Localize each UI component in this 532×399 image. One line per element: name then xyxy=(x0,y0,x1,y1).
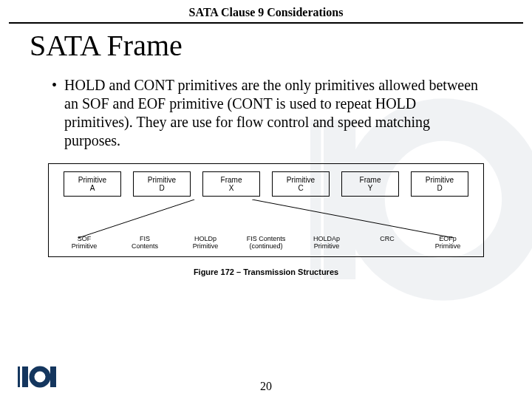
bullet-marker: • xyxy=(52,76,57,150)
box-label: Frame xyxy=(221,176,242,184)
top-box: Primitive D xyxy=(133,171,191,197)
svg-line-4 xyxy=(252,200,454,238)
box-label: Frame xyxy=(360,176,381,184)
top-box: Primitive D xyxy=(411,171,468,197)
top-box: Primitive C xyxy=(272,171,330,197)
top-box: Frame X xyxy=(202,171,260,197)
label-line: Primitive xyxy=(421,242,474,250)
box-label: Primitive xyxy=(426,176,454,184)
svg-line-3 xyxy=(78,200,194,238)
figure-connector-lines xyxy=(49,200,483,238)
label-line: (continued) xyxy=(239,242,293,250)
box-label: D xyxy=(437,184,442,192)
box-label: Y xyxy=(368,184,373,192)
slide-title: SATA Frame xyxy=(0,24,532,76)
bullet-text: HOLD and CONT primitives are the only pr… xyxy=(64,76,480,150)
top-box: Primitive A xyxy=(64,171,121,197)
figure: Primitive A Primitive D Frame X Primitiv… xyxy=(48,163,484,276)
box-label: Primitive xyxy=(287,176,315,184)
label-line: Primitive xyxy=(58,242,111,250)
header-title: SATA Clause 9 Considerations xyxy=(0,0,532,22)
box-label: C xyxy=(298,184,303,192)
bullet-list: • HOLD and CONT primitives are the only … xyxy=(0,76,532,150)
figure-caption: Figure 172 – Transmission Structures xyxy=(48,267,484,276)
bullet-item: • HOLD and CONT primitives are the only … xyxy=(52,76,480,150)
top-box: Frame Y xyxy=(341,171,399,197)
box-label: D xyxy=(159,184,164,192)
box-label: Primitive xyxy=(78,176,106,184)
label-line: Primitive xyxy=(300,242,353,250)
label-line: Contents xyxy=(118,242,171,250)
label-line: Primitive xyxy=(179,242,232,250)
box-label: Primitive xyxy=(148,176,176,184)
box-label: X xyxy=(229,184,234,192)
box-label: A xyxy=(90,184,95,192)
figure-top-row: Primitive A Primitive D Frame X Primitiv… xyxy=(53,171,479,197)
page-number: 20 xyxy=(0,380,532,393)
figure-border: Primitive A Primitive D Frame X Primitiv… xyxy=(48,163,484,257)
